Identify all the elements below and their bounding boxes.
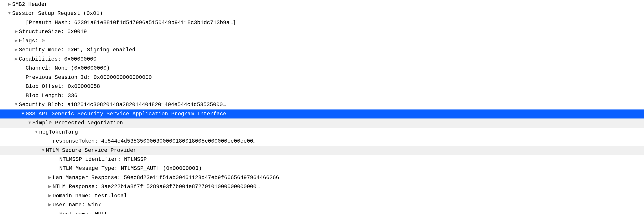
tree-row-label: Session Setup Request (0x01) bbox=[12, 10, 103, 17]
tree-row-label: Channel: None (0x00000000) bbox=[26, 65, 110, 71]
tree-row[interactable]: ▼GSS-API Generic Security Service Applic… bbox=[0, 110, 644, 119]
chevron-right-icon[interactable]: ▶ bbox=[47, 192, 52, 199]
tree-row-label: Blob Length: 336 bbox=[26, 92, 77, 99]
chevron-down-icon[interactable]: ▼ bbox=[34, 128, 39, 135]
tree-row[interactable]: ▼negTokenTarg bbox=[0, 128, 644, 137]
chevron-down-icon[interactable]: ▼ bbox=[40, 147, 46, 153]
tree-row-label: StructureSize: 0x0019 bbox=[19, 29, 87, 35]
chevron-right-icon[interactable]: ▶ bbox=[14, 46, 19, 53]
chevron-right-icon[interactable]: ▶ bbox=[14, 37, 19, 44]
tree-row[interactable]: ▼Security Blob: a182014c30820148a2820144… bbox=[0, 100, 644, 109]
tree-row-label: Simple Protected Negotiation bbox=[32, 120, 123, 126]
tree-row-label: Host name: NULL bbox=[59, 211, 108, 214]
tree-row[interactable]: [Preauth Hash: 62391a81e8810f1d547996a51… bbox=[0, 18, 644, 27]
tree-row-label: Capabilities: 0x00000000 bbox=[19, 56, 96, 62]
chevron-right-icon[interactable]: ▶ bbox=[47, 174, 52, 181]
tree-row-label: Lan Manager Response: 50ec8d23e11f51ab00… bbox=[52, 175, 279, 181]
tree-row[interactable]: ▶StructureSize: 0x0019 bbox=[0, 27, 644, 36]
tree-row[interactable]: Channel: None (0x00000000) bbox=[0, 64, 644, 73]
tree-row-label: Previous Session Id: 0x0000000000000000 bbox=[26, 74, 152, 80]
tree-row[interactable]: ▼Session Setup Request (0x01) bbox=[0, 9, 644, 18]
chevron-down-icon[interactable]: ▼ bbox=[20, 110, 26, 117]
tree-row-label: Blob Offset: 0x00000058 bbox=[26, 83, 100, 89]
tree-row[interactable]: ▶Security mode: 0x01, Signing enabled bbox=[0, 46, 644, 55]
chevron-down-icon[interactable]: ▼ bbox=[27, 119, 32, 126]
tree-row[interactable]: ▶Flags: 0 bbox=[0, 37, 644, 46]
tree-row[interactable]: NTLM Message Type: NTLMSSP_AUTH (0x00000… bbox=[0, 164, 644, 173]
tree-row[interactable]: Host name: NULL bbox=[0, 210, 644, 214]
tree-row-label: Security mode: 0x01, Signing enabled bbox=[19, 47, 135, 53]
tree-row-label: NTLM Message Type: NTLMSSP_AUTH (0x00000… bbox=[59, 165, 202, 171]
tree-row-label: NTLM Response: 3ae222b1a8f7f15289a93f7b0… bbox=[52, 184, 260, 190]
tree-row[interactable]: Blob Length: 336 bbox=[0, 91, 644, 100]
chevron-right-icon[interactable]: ▶ bbox=[47, 183, 52, 190]
tree-row-label: responseToken: 4e544c4d53535000030000018… bbox=[52, 138, 256, 144]
packet-details-tree[interactable]: ▶SMB2 Header▼Session Setup Request (0x01… bbox=[0, 0, 644, 214]
tree-row[interactable]: ▶SMB2 Header bbox=[0, 0, 644, 9]
tree-row[interactable]: ▼NTLM Secure Service Provider bbox=[0, 146, 644, 155]
tree-row[interactable]: ▶Lan Manager Response: 50ec8d23e11f51ab0… bbox=[0, 173, 644, 182]
tree-row[interactable]: ▶User name: win7 bbox=[0, 200, 644, 209]
tree-row[interactable]: Previous Session Id: 0x0000000000000000 bbox=[0, 73, 644, 82]
chevron-down-icon[interactable]: ▼ bbox=[7, 10, 12, 17]
tree-row-label: NTLMSSP identifier: NTLMSSP bbox=[59, 156, 147, 162]
tree-row[interactable]: ▶Domain name: test.local bbox=[0, 191, 644, 200]
tree-row-label: Security Blob: a182014c30820148a28201440… bbox=[19, 101, 226, 108]
chevron-right-icon[interactable]: ▶ bbox=[47, 201, 52, 208]
tree-row[interactable]: Blob Offset: 0x00000058 bbox=[0, 82, 644, 91]
tree-row-label: User name: win7 bbox=[52, 202, 101, 208]
tree-row[interactable]: ▶Capabilities: 0x00000000 bbox=[0, 55, 644, 64]
tree-row-label: Domain name: test.local bbox=[52, 193, 127, 199]
chevron-right-icon[interactable]: ▶ bbox=[14, 55, 19, 62]
tree-row[interactable]: ▶NTLM Response: 3ae222b1a8f7f15289a93f7b… bbox=[0, 182, 644, 191]
tree-row-label: GSS-API Generic Security Service Applica… bbox=[26, 111, 226, 117]
tree-row[interactable]: ▼Simple Protected Negotiation bbox=[0, 119, 644, 128]
chevron-down-icon[interactable]: ▼ bbox=[14, 101, 19, 108]
tree-row-label: NTLM Secure Service Provider bbox=[46, 147, 136, 153]
tree-row-label: SMB2 Header bbox=[12, 1, 48, 8]
tree-row-label: negTokenTarg bbox=[39, 129, 78, 135]
tree-row[interactable]: responseToken: 4e544c4d53535000030000018… bbox=[0, 137, 644, 146]
tree-row-label: Flags: 0 bbox=[19, 38, 45, 44]
chevron-right-icon[interactable]: ▶ bbox=[14, 28, 19, 35]
tree-row-label: [Preauth Hash: 62391a81e8810f1d547996a51… bbox=[26, 20, 236, 26]
chevron-right-icon[interactable]: ▶ bbox=[7, 1, 12, 8]
tree-row[interactable]: NTLMSSP identifier: NTLMSSP bbox=[0, 155, 644, 164]
